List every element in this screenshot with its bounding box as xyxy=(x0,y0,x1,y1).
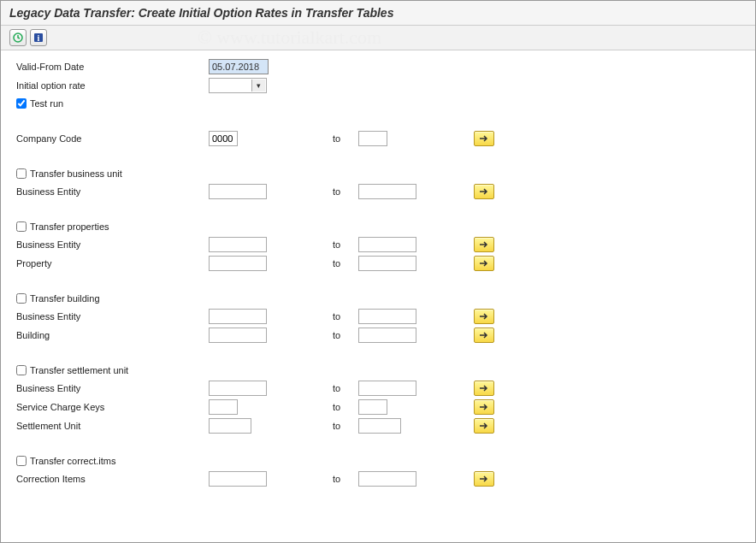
arrow-right-icon xyxy=(479,312,489,321)
transfer-su-label: Transfer settlement unit xyxy=(30,365,128,375)
execute-button[interactable] xyxy=(9,29,27,46)
test-run-label: Test run xyxy=(30,98,63,109)
bu-entity-label: Business Entity xyxy=(16,186,209,197)
bld-entity-from[interactable] xyxy=(209,309,267,324)
arrow-right-icon xyxy=(479,475,489,483)
su-entity-to[interactable] xyxy=(358,381,416,396)
to-label: to xyxy=(333,311,358,322)
correction-items-from[interactable] xyxy=(209,471,267,487)
transfer-props-label: Transfer properties xyxy=(30,221,109,232)
arrow-right-icon xyxy=(479,331,489,339)
test-run-checkbox[interactable] xyxy=(16,98,27,109)
chevron-down-icon: ▾ xyxy=(251,80,265,91)
transfer-building-checkbox[interactable] xyxy=(16,293,27,304)
bu-entity-more-button[interactable] xyxy=(474,184,494,199)
arrow-right-icon xyxy=(479,134,489,143)
building-more-button[interactable] xyxy=(474,328,494,343)
transfer-su-checkbox[interactable] xyxy=(16,365,27,375)
company-code-from[interactable] xyxy=(209,131,238,146)
property-more-button[interactable] xyxy=(474,256,494,271)
property-to[interactable] xyxy=(358,256,416,271)
building-to[interactable] xyxy=(358,328,416,343)
valid-from-label: Valid-From Date xyxy=(16,62,209,72)
correction-items-label: Correction Items xyxy=(16,474,209,484)
service-charge-label: Service Charge Keys xyxy=(16,402,209,412)
property-from[interactable] xyxy=(209,256,267,271)
arrow-right-icon xyxy=(479,384,489,392)
arrow-right-icon xyxy=(479,187,489,196)
props-entity-label: Business Entity xyxy=(16,239,209,250)
arrow-right-icon xyxy=(479,403,489,411)
to-label: to xyxy=(333,239,358,250)
to-label: to xyxy=(333,421,358,431)
arrow-right-icon xyxy=(479,240,489,249)
initial-rate-label: Initial option rate xyxy=(16,80,209,91)
to-label: to xyxy=(333,133,358,144)
valid-from-input[interactable] xyxy=(209,59,269,74)
correction-items-to[interactable] xyxy=(358,471,416,487)
arrow-right-icon xyxy=(479,422,489,430)
bld-entity-label: Business Entity xyxy=(16,311,209,322)
bld-entity-more-button[interactable] xyxy=(474,309,494,324)
clock-icon xyxy=(13,32,23,43)
props-entity-to[interactable] xyxy=(358,237,416,252)
transfer-building-label: Transfer building xyxy=(30,293,100,304)
transfer-ci-label: Transfer correct.itms xyxy=(30,456,115,466)
bld-entity-to[interactable] xyxy=(358,309,416,324)
building-label: Building xyxy=(16,330,209,340)
settlement-unit-more-button[interactable] xyxy=(474,418,494,434)
service-charge-more-button[interactable] xyxy=(474,399,494,415)
transfer-bu-label: Transfer business unit xyxy=(30,168,122,179)
to-label: to xyxy=(333,383,358,393)
su-entity-label: Business Entity xyxy=(16,383,209,393)
su-entity-more-button[interactable] xyxy=(474,381,494,396)
building-from[interactable] xyxy=(209,328,267,343)
to-label: to xyxy=(333,474,358,484)
company-code-more-button[interactable] xyxy=(474,131,494,146)
to-label: to xyxy=(333,186,358,197)
info-icon: i xyxy=(33,32,44,43)
property-label: Property xyxy=(16,258,209,269)
service-charge-from[interactable] xyxy=(209,399,238,415)
correction-items-more-button[interactable] xyxy=(474,471,494,487)
service-charge-to[interactable] xyxy=(358,399,387,415)
svg-text:i: i xyxy=(38,33,40,43)
form-content: Valid-From Date Initial option rate ▾ Te… xyxy=(1,50,755,495)
page-title: Legacy Data Transfer: Create Initial Opt… xyxy=(1,1,755,26)
to-label: to xyxy=(333,330,358,340)
company-code-to[interactable] xyxy=(358,131,387,146)
info-button[interactable]: i xyxy=(30,29,47,46)
arrow-right-icon xyxy=(479,259,489,268)
settlement-unit-to[interactable] xyxy=(358,418,401,434)
transfer-ci-checkbox[interactable] xyxy=(16,456,27,466)
transfer-bu-checkbox[interactable] xyxy=(16,168,27,179)
to-label: to xyxy=(333,402,358,412)
su-entity-from[interactable] xyxy=(209,381,267,396)
bu-entity-from[interactable] xyxy=(209,184,267,199)
props-entity-more-button[interactable] xyxy=(474,237,494,252)
initial-rate-select[interactable]: ▾ xyxy=(209,78,267,93)
settlement-unit-from[interactable] xyxy=(209,418,251,434)
settlement-unit-label: Settlement Unit xyxy=(16,421,209,431)
bu-entity-to[interactable] xyxy=(358,184,416,199)
props-entity-from[interactable] xyxy=(209,237,267,252)
toolbar: i xyxy=(1,26,755,50)
transfer-props-checkbox[interactable] xyxy=(16,221,27,232)
company-code-label: Company Code xyxy=(16,133,209,144)
to-label: to xyxy=(333,258,358,269)
